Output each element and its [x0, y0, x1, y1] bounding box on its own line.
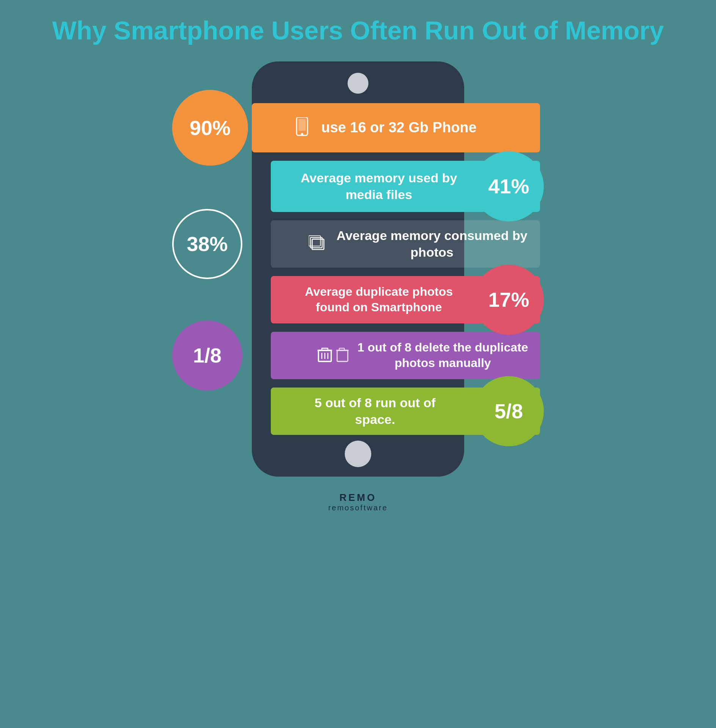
row-white: 38% Average memory consumed by photos	[176, 220, 540, 268]
svg-rect-20	[339, 348, 345, 350]
svg-rect-1	[298, 119, 306, 131]
bar-text-white: Average memory consumed by photos	[335, 227, 529, 260]
phone-icon	[294, 115, 311, 140]
photos-icon-white	[309, 234, 328, 253]
circle-41: 41%	[474, 151, 544, 221]
bar-orange: use 16 or 32 Gb Phone	[252, 103, 540, 152]
row-teal: Average memory used by media files 41%	[176, 161, 540, 212]
stats-rows: 90% use 16 or 32 Gb Phone Average memory…	[176, 61, 540, 477]
circle-value-5-8: 5/8	[495, 399, 523, 423]
circle-1-8: 1/8	[172, 320, 242, 391]
brand-logo-remo: remo remosoftware	[328, 492, 388, 512]
circle-value-38: 38%	[187, 232, 228, 256]
circle-17: 17%	[474, 265, 544, 335]
bar-text-teal: Average memory used by media files	[294, 169, 464, 203]
circle-90: 90%	[172, 90, 248, 166]
circle-value-41: 41%	[488, 174, 529, 198]
bar-text-orange: use 16 or 32 Gb Phone	[321, 118, 477, 137]
svg-rect-18	[337, 350, 348, 361]
page-title: Why Smartphone Users Often Run Out of Me…	[52, 15, 664, 46]
bar-text-red: Average duplicate photos found on Smartp…	[294, 284, 464, 315]
trash-icon	[316, 347, 350, 364]
footer: remo remosoftware	[328, 488, 388, 512]
bar-text-purple: 1 out of 8 delete the duplicate photos m…	[357, 340, 529, 371]
brand-remo-text: remo	[339, 492, 377, 504]
row-green: 5 out of 8 run out of space. 5/8	[176, 388, 540, 435]
circle-value-17: 17%	[488, 288, 529, 311]
row-purple: 1/8	[176, 332, 540, 379]
bar-text-green: 5 out of 8 run out of space.	[294, 394, 457, 428]
svg-point-2	[301, 133, 303, 135]
circle-38: 38%	[172, 209, 242, 279]
circle-5-8: 5/8	[474, 376, 544, 446]
infographic-container: 90% use 16 or 32 Gb Phone Average memory…	[176, 61, 540, 477]
brand-software-text: remosoftware	[328, 504, 388, 512]
bar-purple: 1 out of 8 delete the duplicate photos m…	[271, 332, 540, 379]
circle-value-90: 90%	[190, 116, 231, 140]
bar-white: Average memory consumed by photos	[271, 220, 540, 268]
row-orange: 90% use 16 or 32 Gb Phone	[176, 103, 540, 152]
svg-rect-14	[322, 348, 328, 350]
row-red: Average duplicate photos found on Smartp…	[176, 276, 540, 323]
circle-value-1-8: 1/8	[193, 344, 221, 367]
